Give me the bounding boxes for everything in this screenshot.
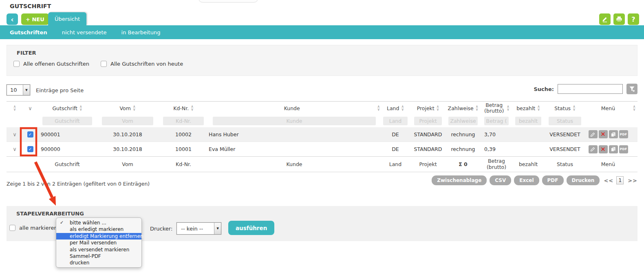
row-expand-chevron-icon[interactable]: ∨ (13, 131, 17, 138)
filter-label-heute: Alle Gutschriften von heute (110, 61, 183, 67)
x-icon: ✕ (600, 131, 606, 138)
column-header-vom[interactable]: Vom∧∨ (97, 102, 158, 115)
nav-item-gutschriften[interactable]: Gutschriften (10, 29, 47, 35)
back-chevron-icon: ‹ (11, 15, 13, 24)
dropdown-option-als-versendet[interactable]: als versendet markieren (56, 246, 141, 253)
filter-add-button[interactable] (626, 84, 637, 94)
filter-input-status[interactable]: Status (549, 117, 581, 125)
pagination-prev[interactable]: << (604, 177, 613, 184)
sort-icon: ∧∨ (507, 105, 509, 111)
search-label: Suche: (534, 86, 554, 92)
column-header-kunde[interactable]: Kunde∧∨ (209, 102, 380, 115)
column-header-projekt[interactable]: Projekt∧∨ (411, 102, 445, 115)
filter-input-vom[interactable]: Vom (102, 117, 153, 125)
execute-button[interactable]: ausführen (228, 221, 274, 235)
column-header-land[interactable]: Land∧∨ (380, 102, 411, 115)
sort-icon: ∧∨ (133, 105, 136, 111)
cell-land: DE (380, 142, 411, 157)
dropdown-option-als-erledigt[interactable]: als erledigt markieren (56, 226, 141, 233)
nav-item-in-bearbeitung[interactable]: in Bearbeitung (121, 29, 161, 35)
dropdown-option-drucken[interactable]: drucken (56, 259, 141, 266)
row-pdf-button[interactable]: PDF (619, 145, 628, 153)
nav-item-nicht-versendete[interactable]: nicht versendete (62, 29, 107, 35)
export-excel-button[interactable]: Excel (514, 175, 539, 185)
printer-select-value: -- kein -- (177, 223, 214, 234)
cell-gutschrift: 900000 (37, 142, 97, 157)
search-area: Suche: (534, 84, 637, 94)
page-size-select[interactable]: 10 ▼ (7, 84, 30, 95)
print-button[interactable] (613, 13, 625, 25)
column-header-end[interactable]: ∧∨ (631, 102, 637, 115)
row-copy-button[interactable] (609, 145, 618, 153)
question-mark-icon: ? (631, 16, 635, 23)
pencil-icon (590, 132, 595, 137)
back-button[interactable]: ‹ (7, 13, 18, 25)
footer-menu: Menü (585, 157, 631, 172)
filter-checkbox-offene[interactable] (13, 61, 20, 67)
row-pdf-button[interactable]: PDF (619, 130, 628, 138)
column-header-kdnr[interactable]: Kd-Nr.∧∨ (158, 102, 209, 115)
column-header-bezahlt[interactable]: bezahlt∧∨ (512, 102, 545, 115)
table-row: ∨ ✓ 900000 30.10.2018 10001 Eva Müller D… (7, 142, 637, 157)
export-drucken-button[interactable]: Drucken (567, 175, 600, 185)
row-edit-button[interactable] (589, 145, 598, 153)
sort-icon: ∧∨ (633, 105, 636, 111)
filter-input-betrag[interactable]: Betrag ( (484, 117, 509, 125)
cell-kdnr: 10002 (158, 127, 209, 142)
x-icon: ✕ (600, 146, 606, 153)
filter-input-kdnr[interactable]: Kd-Nr. (163, 117, 204, 125)
row-edit-button[interactable] (589, 130, 598, 138)
header-action-buttons: ? (599, 13, 639, 25)
filter-input-zahlweise[interactable]: Zahlweise (448, 117, 478, 125)
dropdown-option-bitte-waehlen[interactable]: ✓bitte wählen ... (56, 220, 141, 226)
dropdown-option-erledigt-entfernen[interactable]: erledigt Markierung entfernen (56, 233, 141, 240)
filter-label-offene: Alle offenen Gutschriften (23, 61, 89, 67)
pagination-page-1[interactable]: 1 (616, 176, 624, 184)
row-copy-button[interactable] (609, 130, 618, 138)
filter-checkbox-heute[interactable] (101, 61, 107, 67)
filter-input-gutschrift[interactable]: Gutschrift (42, 117, 92, 125)
sort-icon: ∧∨ (401, 105, 404, 111)
column-header-gutschrift[interactable]: Gutschrift∧∨ (37, 102, 97, 115)
row-expand-chevron-icon[interactable]: ∨ (13, 146, 17, 152)
tab-uebersicht[interactable]: Übersicht (48, 12, 86, 25)
pencil-icon (590, 146, 595, 152)
check-icon: ✓ (60, 220, 64, 226)
new-button[interactable]: + NEU (21, 13, 49, 25)
filter-option-offene: Alle offenen Gutschriften (13, 61, 89, 67)
footer-kdnr: Kd-Nr. (158, 157, 209, 172)
sort-icon: ∧∨ (13, 105, 16, 111)
row-delete-button[interactable]: ✕ (599, 130, 608, 138)
column-header-select[interactable]: ∨ (23, 102, 37, 115)
edit-button[interactable] (599, 13, 611, 25)
filter-title: FILTER (17, 50, 637, 56)
export-zwischenablage-button[interactable]: Zwischenablage (432, 175, 487, 185)
column-header-zahlweise[interactable]: Zahlweise∧∨ (445, 102, 481, 115)
page-size-label: Einträge pro Seite (36, 87, 84, 93)
table-row: ∨ ✓ 900001 30.10.2018 10002 Hans Huber D… (7, 127, 637, 142)
search-input[interactable] (558, 84, 623, 94)
check-icon: ✓ (29, 147, 32, 151)
dropdown-option-sammel-pdf[interactable]: Sammel-PDF (56, 253, 141, 259)
column-header-status[interactable]: Status∧∨ (545, 102, 585, 115)
pagination-next[interactable]: >> (628, 177, 637, 184)
row-checkbox[interactable]: ✓ (27, 146, 33, 152)
filter-input-land[interactable]: Land (383, 117, 408, 125)
select-all-checkbox[interactable] (9, 225, 15, 231)
column-header-expand[interactable]: ∧∨ (7, 102, 23, 115)
column-header-betrag[interactable]: Betrag (brutto)∧∨ (481, 102, 512, 115)
cell-projekt: STANDARD (411, 127, 445, 142)
printer-select[interactable]: -- kein -- ▼ (176, 222, 221, 235)
cell-land: DE (380, 127, 411, 142)
cell-betrag: 0,39 (481, 142, 512, 157)
dropdown-option-per-mail[interactable]: per Mail versenden (56, 240, 141, 246)
footer-status: Status (545, 157, 585, 172)
help-button[interactable]: ? (628, 13, 639, 25)
filter-input-projekt[interactable]: Projekt (414, 117, 442, 125)
row-delete-button[interactable]: ✕ (599, 145, 608, 153)
export-csv-button[interactable]: CSV (490, 175, 511, 185)
row-checkbox[interactable]: ✓ (27, 131, 33, 138)
filter-input-bezahlt[interactable]: bezahlt (515, 117, 541, 125)
filter-input-kunde[interactable]: Kunde (213, 117, 376, 125)
export-pdf-button[interactable]: PDF (542, 175, 564, 185)
